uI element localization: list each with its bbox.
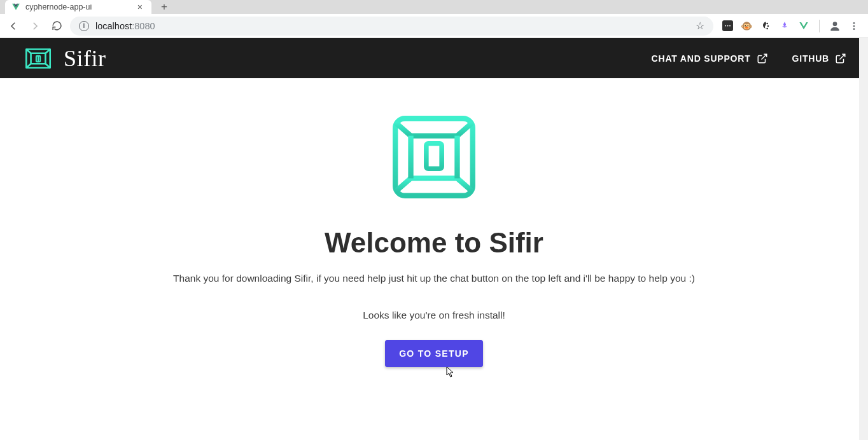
app-header: Sifir CHAT AND SUPPORT GITHUB	[0, 38, 868, 78]
chat-support-link[interactable]: CHAT AND SUPPORT	[652, 53, 768, 64]
reload-button[interactable]	[48, 18, 65, 34]
vue-favicon	[11, 3, 20, 11]
nav-link-label: CHAT AND SUPPORT	[652, 53, 751, 64]
nav-link-label: GITHUB	[792, 53, 829, 64]
browser-toolbar: i localhost:8080 ☆ 🐵	[0, 14, 868, 38]
tab-title: cyphernode-app-ui	[25, 3, 92, 11]
sifir-logo-icon	[22, 42, 55, 75]
go-to-setup-button[interactable]: GO TO SETUP	[385, 340, 483, 367]
extension-icon[interactable]	[759, 20, 772, 32]
mouse-cursor-icon	[446, 366, 455, 378]
svg-point-9	[853, 25, 855, 27]
extension-icon[interactable]	[797, 20, 810, 32]
hero-section: Welcome to Sifir Thank you for downloadi…	[0, 78, 868, 367]
bookmark-star-icon[interactable]: ☆	[696, 20, 704, 32]
welcome-title: Welcome to Sifir	[325, 227, 543, 259]
extensions-row: 🐵	[718, 20, 863, 32]
back-button[interactable]	[5, 18, 22, 34]
url-port: :8080	[132, 21, 155, 31]
new-tab-button[interactable]: +	[155, 0, 173, 14]
external-link-icon	[835, 53, 846, 64]
github-link[interactable]: GITHUB	[792, 53, 846, 64]
svg-point-10	[853, 28, 855, 30]
address-bar[interactable]: i localhost:8080 ☆	[70, 17, 713, 36]
welcome-subtitle: Thank you for downloading Sifir, if you …	[173, 273, 695, 284]
extension-icon[interactable]: 🐵	[740, 20, 753, 32]
svg-point-2	[727, 25, 728, 27]
brand-name: Sifir	[64, 45, 106, 72]
scrollbar[interactable]	[859, 38, 868, 440]
browser-tab-strip: cyphernode-app-ui × +	[0, 0, 868, 14]
browser-tab[interactable]: cyphernode-app-ui ×	[5, 0, 151, 14]
chrome-menu-icon[interactable]	[848, 20, 860, 32]
svg-point-6	[766, 27, 768, 29]
extension-icon[interactable]	[721, 20, 734, 32]
forward-button[interactable]	[27, 18, 43, 34]
external-link-icon	[757, 53, 768, 64]
site-info-icon[interactable]: i	[79, 21, 89, 31]
svg-point-7	[833, 22, 837, 26]
sifir-hero-logo-icon	[385, 109, 483, 205]
svg-point-3	[729, 25, 731, 27]
svg-point-1	[725, 25, 726, 27]
brand[interactable]: Sifir	[22, 42, 106, 75]
svg-point-4	[766, 22, 768, 24]
header-nav: CHAT AND SUPPORT GITHUB	[652, 53, 846, 64]
toolbar-divider	[819, 20, 820, 32]
page-content: Sifir CHAT AND SUPPORT GITHUB	[0, 38, 868, 440]
install-status: Looks like you're on fresh install!	[363, 310, 505, 321]
url-host: localhost	[95, 21, 132, 31]
extension-icon[interactable]	[778, 20, 791, 32]
tab-close-icon[interactable]: ×	[137, 2, 143, 12]
profile-avatar-icon[interactable]	[829, 20, 841, 32]
svg-point-5	[767, 25, 769, 27]
svg-point-8	[853, 22, 855, 24]
